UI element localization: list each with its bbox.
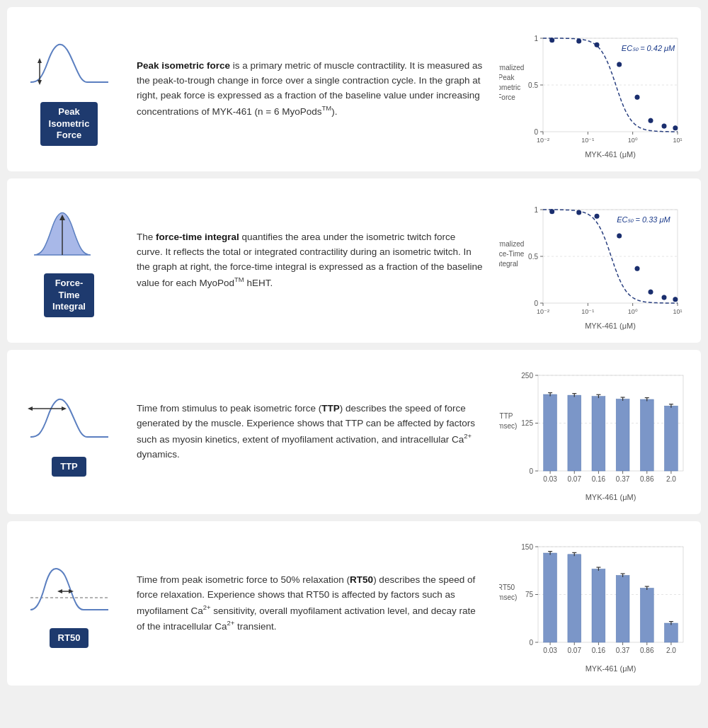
chart-rt50: 0.030.070.160.370.862.0075150RT50(msec)M… bbox=[496, 533, 694, 674]
svg-rect-91 bbox=[568, 395, 581, 471]
svg-text:10¹: 10¹ bbox=[673, 308, 682, 315]
svg-text:0.07: 0.07 bbox=[568, 647, 582, 654]
svg-text:MYK-461 (μM): MYK-461 (μM) bbox=[585, 150, 636, 159]
svg-text:0.37: 0.37 bbox=[616, 475, 630, 483]
svg-text:Force: Force bbox=[499, 93, 515, 101]
svg-text:0.16: 0.16 bbox=[592, 475, 606, 483]
svg-point-50 bbox=[576, 210, 581, 215]
label-badge-peak-isometric: Peak Isometric Force bbox=[40, 102, 98, 147]
svg-point-7 bbox=[549, 38, 554, 42]
svg-rect-149 bbox=[665, 623, 678, 642]
svg-text:EC₅₀ = 0.42 μM: EC₅₀ = 0.42 μM bbox=[622, 44, 675, 52]
label-badge-force-time: Force- Time Integral bbox=[44, 273, 94, 318]
svg-text:75: 75 bbox=[525, 591, 534, 598]
svg-point-17 bbox=[649, 118, 653, 123]
svg-marker-130 bbox=[57, 589, 62, 593]
chart-peak-isometric: EC₅₀ = 0.42 μM10⁻²10⁻¹10⁰10¹00.51Normali… bbox=[496, 18, 694, 160]
description-ttp: Time from stimulus to peak isometric for… bbox=[131, 402, 489, 462]
svg-text:10⁻²: 10⁻² bbox=[537, 137, 549, 144]
svg-text:10¹: 10¹ bbox=[673, 137, 682, 144]
svg-point-13 bbox=[617, 62, 622, 67]
waveform-icon-ttp bbox=[27, 387, 112, 451]
svg-text:10⁻¹: 10⁻¹ bbox=[581, 308, 594, 315]
svg-point-52 bbox=[595, 214, 600, 219]
svg-text:2.0: 2.0 bbox=[666, 647, 676, 654]
svg-point-56 bbox=[635, 266, 640, 271]
svg-text:MYK-461 (μM): MYK-461 (μM) bbox=[586, 664, 636, 673]
svg-marker-1 bbox=[38, 58, 42, 63]
svg-text:0.5: 0.5 bbox=[528, 253, 538, 261]
svg-point-9 bbox=[576, 38, 581, 43]
svg-text:0: 0 bbox=[529, 467, 533, 475]
chart-force-time: EC₅₀ = 0.33 μM10⁻²10⁻¹10⁰10¹00.51Normali… bbox=[496, 190, 694, 331]
svg-point-48 bbox=[549, 209, 554, 214]
svg-text:Normalized: Normalized bbox=[499, 64, 524, 72]
svg-rect-137 bbox=[568, 554, 581, 642]
svg-text:1: 1 bbox=[534, 35, 538, 42]
card-peak-isometric: Peak Isometric ForcePeak isometric force… bbox=[7, 7, 701, 171]
svg-text:TTP: TTP bbox=[500, 412, 513, 420]
svg-text:0: 0 bbox=[534, 300, 538, 307]
svg-text:2.0: 2.0 bbox=[666, 475, 676, 483]
label-badge-ttp: TTP bbox=[52, 457, 86, 477]
svg-rect-146 bbox=[640, 588, 653, 643]
svg-text:0.16: 0.16 bbox=[592, 647, 606, 654]
svg-text:MYK-461 (μM): MYK-461 (μM) bbox=[586, 493, 636, 501]
svg-text:0.03: 0.03 bbox=[543, 647, 557, 654]
svg-point-11 bbox=[595, 42, 600, 47]
svg-point-19 bbox=[662, 124, 667, 129]
svg-text:MYK-461 (μM): MYK-461 (μM) bbox=[585, 322, 636, 330]
waveform-icon-rt50 bbox=[27, 559, 112, 622]
svg-text:150: 150 bbox=[521, 543, 533, 551]
description-force-time: The force-time integral quantifies the a… bbox=[131, 230, 489, 290]
svg-rect-88 bbox=[544, 394, 557, 471]
svg-text:10⁻¹: 10⁻¹ bbox=[581, 137, 594, 144]
svg-rect-97 bbox=[616, 399, 629, 472]
waveform-icon-force-time bbox=[27, 204, 112, 268]
svg-marker-83 bbox=[62, 406, 67, 411]
svg-rect-94 bbox=[592, 397, 605, 471]
svg-marker-2 bbox=[38, 80, 42, 85]
svg-text:1: 1 bbox=[534, 206, 538, 214]
svg-point-15 bbox=[635, 95, 640, 100]
svg-text:0: 0 bbox=[534, 128, 538, 136]
svg-text:Isometric: Isometric bbox=[499, 84, 520, 91]
svg-rect-103 bbox=[665, 406, 678, 471]
icon-section-rt50: RT50 bbox=[14, 559, 124, 649]
icon-section-ttp: TTP bbox=[14, 387, 124, 477]
svg-text:0.86: 0.86 bbox=[640, 475, 654, 483]
svg-rect-140 bbox=[592, 569, 605, 643]
description-rt50: Time from peak isometric force to 50% re… bbox=[131, 573, 489, 635]
icon-section-peak-isometric: Peak Isometric Force bbox=[14, 33, 124, 147]
svg-text:250: 250 bbox=[521, 372, 533, 380]
svg-text:0.37: 0.37 bbox=[616, 647, 630, 654]
svg-text:RT50: RT50 bbox=[499, 584, 515, 591]
card-rt50: RT50Time from peak isometric force to 50… bbox=[7, 521, 701, 686]
svg-text:(msec): (msec) bbox=[499, 422, 517, 430]
description-peak-isometric: Peak isometric force is a primary metric… bbox=[131, 59, 489, 119]
svg-text:0: 0 bbox=[529, 639, 533, 647]
svg-text:0.07: 0.07 bbox=[568, 475, 582, 483]
svg-point-62 bbox=[673, 297, 678, 302]
chart-ttp: 0.030.070.160.370.862.00125250TTP(msec)M… bbox=[496, 361, 694, 503]
svg-rect-134 bbox=[544, 553, 557, 642]
label-badge-rt50: RT50 bbox=[50, 628, 89, 649]
svg-point-58 bbox=[649, 290, 653, 295]
svg-text:Integral: Integral bbox=[499, 260, 518, 268]
svg-text:10⁻²: 10⁻² bbox=[537, 308, 549, 315]
svg-text:EC₅₀ = 0.33 μM: EC₅₀ = 0.33 μM bbox=[617, 215, 670, 224]
svg-text:0.03: 0.03 bbox=[543, 475, 557, 483]
svg-rect-143 bbox=[616, 576, 629, 643]
svg-text:0.86: 0.86 bbox=[640, 647, 654, 654]
waveform-icon-peak-isometric bbox=[27, 33, 112, 96]
svg-point-60 bbox=[662, 295, 667, 300]
svg-text:Peak: Peak bbox=[499, 74, 515, 81]
card-force-time: Force- Time IntegralThe force-time integ… bbox=[7, 178, 701, 343]
card-ttp: TTPTime from stimulus to peak isometric … bbox=[7, 350, 701, 514]
svg-point-54 bbox=[617, 233, 622, 238]
main-page: Peak Isometric ForcePeak isometric force… bbox=[0, 0, 708, 693]
svg-text:Force-Time: Force-Time bbox=[499, 250, 525, 258]
icon-section-force-time: Force- Time Integral bbox=[14, 204, 124, 318]
svg-point-21 bbox=[673, 125, 678, 130]
svg-marker-84 bbox=[28, 406, 33, 411]
